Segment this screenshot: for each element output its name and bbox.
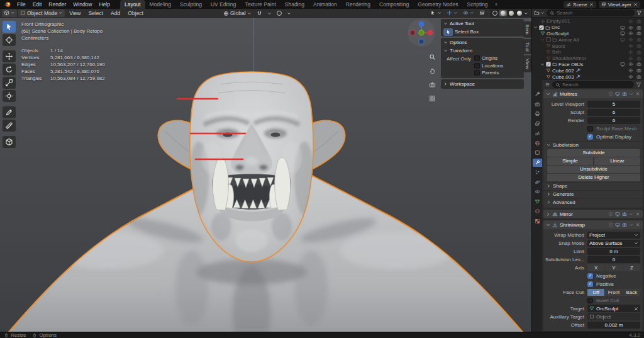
disable-in-viewport-toggle[interactable] (619, 37, 626, 42)
extras-menu-icon[interactable] (629, 212, 633, 217)
workspace-tab-uv-editing[interactable]: UV Editing (206, 0, 240, 9)
collection-checkbox[interactable]: ✓ (539, 25, 544, 30)
menu-select[interactable]: Select (85, 10, 106, 16)
workspace-tab-rendering[interactable]: Rendering (341, 0, 375, 9)
modifier-shrinkwrap-header[interactable]: Shrinkwrap (543, 220, 643, 229)
expand-icon[interactable] (546, 212, 550, 217)
render-level-field[interactable]: 6 (587, 117, 640, 124)
face-cull-front-button[interactable]: Front (605, 289, 622, 296)
outliner-item-label[interactable]: Orc (552, 25, 560, 30)
tool-measure[interactable] (3, 120, 16, 132)
tab-view-layer[interactable] (533, 120, 542, 128)
menu-object[interactable]: Object (125, 10, 147, 16)
hide-in-viewport-toggle[interactable] (627, 62, 634, 67)
shading-wireframe-button[interactable] (491, 10, 499, 16)
target-object-field[interactable]: OrcSculpt (587, 305, 640, 312)
hide-in-viewport-toggle[interactable] (627, 37, 634, 42)
level-viewport-field[interactable]: 5 (587, 101, 640, 108)
disable-in-renders-toggle[interactable] (635, 50, 642, 55)
menu-view[interactable]: View (66, 10, 84, 16)
sculpt-base-mesh-checkbox[interactable] (587, 126, 593, 132)
subdivision-section-header[interactable]: Subdivision (543, 141, 643, 149)
transform-subheader[interactable]: Transform (441, 47, 524, 55)
scene-selector[interactable]: Scene (564, 1, 596, 8)
edit-mode-toggle[interactable] (608, 91, 613, 96)
tab-world[interactable] (533, 139, 542, 147)
snap-toggle[interactable] (255, 9, 264, 17)
unsubdivide-button[interactable]: Unsubdivide (547, 166, 640, 173)
tab-object-data[interactable] (533, 198, 542, 206)
generate-section-header[interactable]: Generate (543, 190, 643, 198)
transform-orientation-dropdown[interactable]: Global (221, 9, 253, 17)
tab-object[interactable] (533, 149, 542, 157)
disable-in-renders-toggle[interactable] (635, 74, 642, 79)
shape-section-header[interactable]: Shape (543, 182, 643, 189)
menu-window[interactable]: Window (70, 0, 95, 9)
outliner-item-label[interactable]: OrcSculpt (547, 31, 569, 37)
affect-parents-checkbox[interactable]: Parents (474, 70, 521, 76)
tool-cursor[interactable] (3, 34, 16, 46)
outliner-item-label[interactable]: Cube.002 (552, 68, 574, 74)
hide-in-viewport-toggle[interactable] (627, 56, 634, 61)
disable-in-viewport-toggle[interactable] (619, 62, 626, 67)
disclosure-icon[interactable] (533, 25, 538, 30)
sculpt-level-field[interactable]: 6 (587, 109, 640, 116)
tab-physics[interactable] (533, 178, 542, 186)
proportional-editing-toggle[interactable] (275, 9, 284, 17)
shading-material-button[interactable] (508, 10, 515, 16)
filter-icon[interactable] (636, 10, 642, 16)
sidebar-tab-item[interactable]: Item (523, 21, 531, 38)
hide-in-viewport-toggle[interactable] (627, 74, 634, 79)
outliner-item-label[interactable]: Face OBJs (558, 62, 584, 67)
wrap-method-dropdown[interactable]: Project (587, 232, 640, 239)
disable-in-viewport-toggle[interactable] (619, 31, 626, 36)
workspace-tab-compositing[interactable]: Compositing (375, 0, 413, 9)
tab-output[interactable] (533, 110, 542, 118)
gizmos-dropdown[interactable] (445, 9, 460, 17)
outliner-row-boots[interactable]: Boots (532, 43, 644, 49)
subdivide-linear-button[interactable]: Linear (594, 157, 640, 165)
tab-constraints[interactable] (533, 188, 542, 196)
clear-icon[interactable] (589, 3, 594, 7)
disable-in-renders-toggle[interactable] (635, 19, 642, 24)
outliner-row-empty001[interactable]: Empty.001 (532, 18, 644, 25)
edit-mode-toggle[interactable] (608, 211, 613, 217)
modifier-multires-header[interactable]: Multires (543, 89, 643, 98)
render-toggle[interactable] (622, 91, 627, 96)
negative-checkbox[interactable]: ✓ (587, 273, 593, 279)
remove-modifier-button[interactable] (635, 222, 640, 227)
realtime-toggle[interactable] (615, 211, 620, 217)
affect-origins-checkbox[interactable]: Origins (474, 55, 521, 61)
expand-icon[interactable] (546, 92, 550, 96)
perspective-toggle-button[interactable] (427, 93, 437, 103)
hide-in-viewport-toggle[interactable] (627, 50, 634, 55)
tool-move[interactable] (3, 50, 16, 62)
hide-in-viewport-toggle[interactable] (627, 68, 634, 73)
disable-in-renders-toggle[interactable] (635, 37, 642, 42)
snap-mode-dropdown[interactable]: Above Surface (587, 240, 640, 247)
outliner-row-shoulderarmor[interactable]: ShoulderArmor (532, 55, 644, 62)
snap-dropdown[interactable] (265, 9, 274, 17)
xray-toggle[interactable] (477, 9, 487, 17)
disable-in-viewport-toggle[interactable] (619, 25, 626, 30)
tab-particles[interactable] (533, 168, 542, 176)
offset-field[interactable]: 0.002 m (587, 322, 640, 329)
advanced-section-header[interactable]: Advanced (543, 198, 643, 206)
shading-solid-button[interactable] (499, 10, 507, 16)
realtime-toggle[interactable] (615, 91, 620, 96)
outliner-search[interactable] (547, 9, 635, 16)
outliner-row-cube002[interactable]: Cube.002 (532, 67, 644, 74)
tool-add-cube[interactable] (3, 136, 16, 148)
remove-modifier-button[interactable] (635, 211, 640, 217)
outliner-item-label[interactable]: Belt (552, 49, 561, 55)
positive-checkbox[interactable]: ✓ (587, 281, 593, 287)
face-cull-off-button[interactable]: Off (587, 289, 604, 296)
hide-in-viewport-toggle[interactable] (627, 19, 634, 24)
disable-in-renders-toggle[interactable] (635, 68, 642, 73)
extras-menu-icon[interactable] (629, 223, 633, 227)
options-header[interactable]: Options (441, 38, 524, 47)
tab-tool[interactable] (533, 90, 542, 98)
menu-edit[interactable]: Edit (30, 0, 45, 9)
outliner-editor-type-button[interactable] (534, 10, 545, 16)
remove-modifier-button[interactable] (635, 91, 640, 96)
